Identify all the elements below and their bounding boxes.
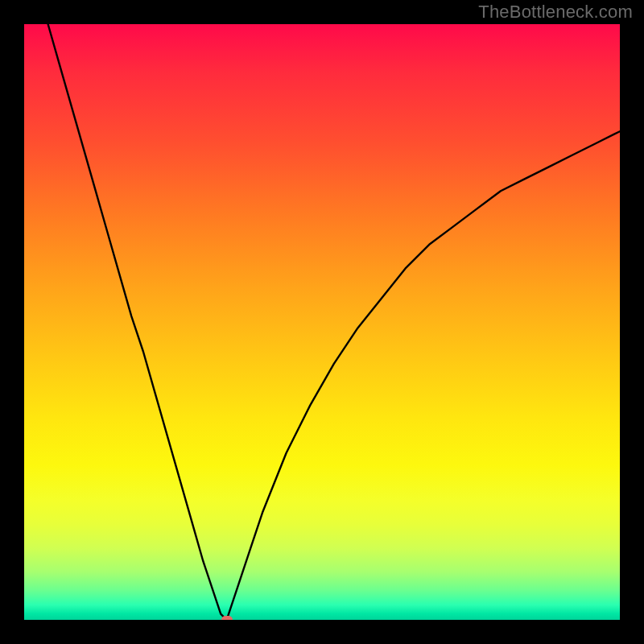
- chart-frame: TheBottleneck.com: [0, 0, 644, 644]
- plot-area: [24, 24, 620, 620]
- optimum-marker: [221, 616, 233, 620]
- bottleneck-curve: [24, 24, 620, 620]
- watermark-text: TheBottleneck.com: [478, 2, 633, 23]
